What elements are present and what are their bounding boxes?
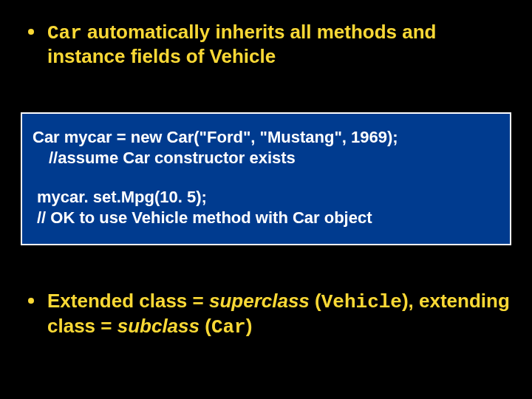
- code-line-1: Car mycar = new Car("Ford", "Mustang", 1…: [33, 127, 499, 148]
- b2-p1: Extended class =: [47, 290, 209, 312]
- code-line-3: mycar. set.Mpg(10. 5);: [33, 187, 499, 208]
- b2-em1: superclass: [209, 290, 310, 312]
- b2-mono2: Car: [211, 316, 246, 338]
- bullet-dot-icon: [28, 29, 34, 35]
- b2-mono1: Vehicle: [321, 291, 402, 313]
- b2-p2: (: [310, 290, 321, 312]
- bullet1-car-mono: Car: [47, 22, 82, 44]
- bullet1-rest: automatically inherits all methods and i…: [47, 21, 436, 67]
- bullet-text-1: Car automatically inherits all methods a…: [47, 21, 511, 68]
- code-example-card: Car mycar = new Car("Ford", "Mustang", 1…: [21, 112, 511, 245]
- b2-p5: ): [246, 315, 253, 337]
- b2-p4: (: [200, 315, 211, 337]
- bullet-dot-icon: [28, 298, 34, 304]
- bullet-item-1: Car automatically inherits all methods a…: [28, 21, 511, 68]
- code-line-2: //assume Car constructor exists: [33, 148, 499, 168]
- b2-em2: subclass: [117, 315, 200, 337]
- code-line-4: // OK to use Vehicle method with Car obj…: [33, 208, 499, 228]
- bullet-text-2: Extended class = superclass (Vehicle), e…: [47, 290, 511, 338]
- bullet-item-2: Extended class = superclass (Vehicle), e…: [28, 290, 511, 338]
